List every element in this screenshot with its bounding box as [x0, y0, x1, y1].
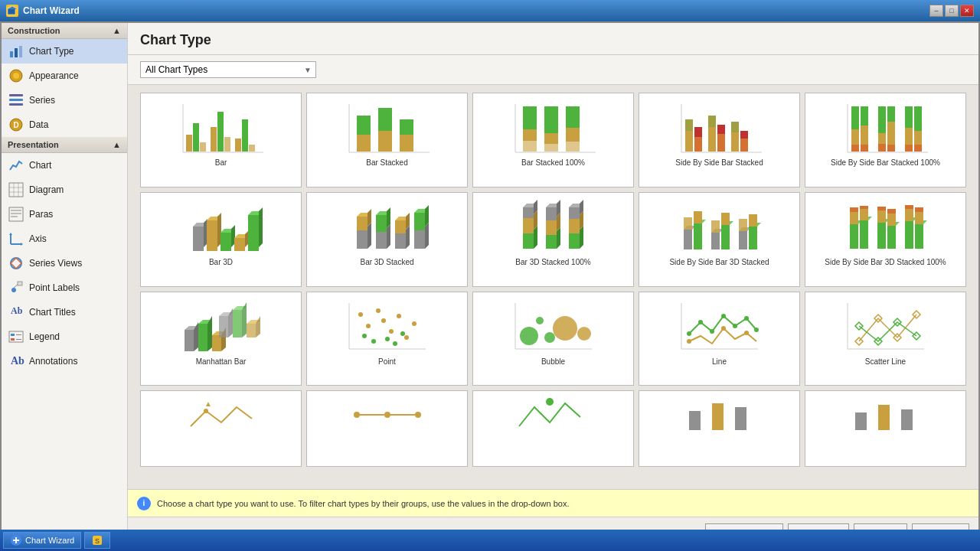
- svg-rect-280: [855, 412, 867, 430]
- svg-rect-198: [887, 214, 896, 226]
- svg-rect-154: [546, 207, 557, 220]
- chart-preview-point: [312, 297, 462, 354]
- svg-rect-71: [694, 127, 702, 137]
- chart-card-manhattan[interactable]: Manhattan Bar: [140, 292, 302, 386]
- svg-rect-277: [689, 411, 701, 430]
- collapse-construction-icon: ▲: [113, 26, 121, 35]
- chart-label-side-bar-stacked-100: Side By Side Bar Stacked 100%: [831, 158, 940, 168]
- svg-point-259: [744, 331, 749, 335]
- page-title: Chart Type: [128, 23, 978, 55]
- title-bar: Chart Wizard – □ ✕: [0, 0, 980, 21]
- svg-rect-115: [357, 230, 368, 249]
- chart-preview-side-bar-stacked-100: [810, 98, 961, 155]
- chart-label-line: Line: [712, 357, 727, 367]
- chart-card-partial-4[interactable]: [639, 390, 800, 467]
- point-labels-icon: [8, 279, 24, 296]
- svg-rect-127: [395, 233, 406, 249]
- svg-rect-99: [914, 145, 922, 152]
- sidebar: Construction ▲ Chart Type Appearance Se: [2, 23, 128, 549]
- taskbar-button-1[interactable]: Chart Wizard: [3, 532, 81, 549]
- svg-rect-103: [207, 220, 217, 251]
- close-button[interactable]: ✕: [960, 5, 974, 17]
- chart-card-partial-1[interactable]: ▲: [140, 390, 302, 467]
- chart-card-partial-2[interactable]: [306, 390, 468, 467]
- chart-card-bar-3d-stacked-100[interactable]: Bar 3D Stacked 100%: [472, 192, 634, 287]
- chart-card-bar-3d[interactable]: Bar 3D: [140, 192, 302, 287]
- chart-card-side-bar-stacked[interactable]: Side By Side Bar Stacked: [639, 93, 800, 187]
- chart-card-bar-stacked[interactable]: Bar Stacked: [306, 93, 468, 187]
- svg-rect-42: [217, 112, 224, 152]
- chart-type-filter[interactable]: All Chart Types Bar Line Pie Area Point …: [140, 61, 316, 78]
- chart-card-point[interactable]: Point: [306, 292, 468, 386]
- chart-preview-bar-3d: [145, 197, 296, 255]
- sidebar-item-series[interactable]: Series: [2, 88, 127, 112]
- minimize-button[interactable]: –: [929, 5, 943, 17]
- taskbar-button-2[interactable]: S: [84, 532, 110, 549]
- svg-rect-95: [905, 128, 913, 145]
- svg-point-24: [11, 258, 21, 269]
- chart-card-bar[interactable]: Bar: [140, 93, 302, 187]
- sidebar-item-appearance[interactable]: Appearance: [2, 64, 127, 88]
- svg-marker-135: [425, 223, 429, 249]
- chart-card-side-bar-stacked-100[interactable]: Side By Side Bar Stacked 100%: [805, 93, 966, 187]
- chart-card-side-bar-3d-stacked-100[interactable]: Side By Side Bar 3D Stacked 100%: [805, 192, 966, 287]
- presentation-header[interactable]: Presentation ▲: [2, 137, 127, 153]
- data-icon: D: [8, 116, 24, 133]
- chart-filter-select[interactable]: All Chart Types Bar Line Pie Area Point …: [140, 61, 316, 78]
- svg-text:S: S: [95, 537, 100, 545]
- chart-card-bar-stacked-100[interactable]: Bar Stacked 100%: [472, 93, 634, 187]
- svg-rect-89: [878, 133, 886, 144]
- svg-rect-78: [740, 139, 748, 152]
- sidebar-item-data[interactable]: D Data: [2, 112, 127, 137]
- svg-rect-196: [887, 226, 896, 249]
- svg-text:▲: ▲: [204, 399, 212, 408]
- restore-button[interactable]: □: [945, 5, 959, 17]
- svg-point-246: [577, 327, 591, 341]
- sidebar-item-chart-type[interactable]: Chart Type: [2, 39, 127, 64]
- window-title: Chart Wizard: [23, 5, 80, 16]
- chart-card-line[interactable]: Line: [639, 292, 800, 386]
- svg-rect-96: [905, 145, 913, 152]
- sidebar-item-diagram[interactable]: Diagram: [2, 178, 127, 202]
- chart-label-side-bar-3d-stacked-100: Side By Side Bar 3D Stacked 100%: [825, 258, 946, 267]
- chart-preview-manhattan: [145, 297, 296, 354]
- svg-rect-8: [9, 103, 23, 106]
- sidebar-item-paras[interactable]: Paras: [2, 202, 127, 227]
- chart-type-icon: [8, 43, 24, 60]
- svg-point-275: [415, 412, 421, 418]
- svg-rect-188: [860, 220, 868, 249]
- sidebar-item-point-labels[interactable]: Point Labels: [2, 276, 127, 300]
- svg-point-245: [553, 316, 577, 341]
- chart-card-partial-3[interactable]: [472, 390, 634, 467]
- chart-card-side-bar-3d-stacked[interactable]: Side By Side Bar 3D Stacked: [639, 192, 800, 287]
- chart-label-manhattan: Manhattan Bar: [196, 357, 247, 367]
- chart-card-partial-5[interactable]: [805, 390, 966, 467]
- svg-rect-64: [566, 128, 580, 142]
- chart-preview-partial-5: [810, 396, 961, 430]
- sidebar-item-chart[interactable]: Chart: [2, 153, 127, 178]
- svg-rect-76: [731, 132, 739, 152]
- chart-card-bubble[interactable]: Bubble: [472, 292, 634, 386]
- svg-point-234: [404, 335, 409, 340]
- svg-point-258: [721, 326, 726, 331]
- taskbar-icon-2: S: [91, 534, 103, 546]
- chart-preview-scatter-line: [810, 297, 961, 354]
- svg-rect-3: [19, 46, 22, 57]
- svg-rect-33: [11, 338, 15, 341]
- svg-rect-174: [711, 220, 720, 233]
- sidebar-item-annotations[interactable]: Ab Annotations: [2, 349, 127, 373]
- sidebar-item-series-views[interactable]: Series Views: [2, 251, 127, 276]
- chart-card-scatter-line[interactable]: Scatter Line: [805, 292, 966, 386]
- sidebar-item-chart-titles[interactable]: Ab Chart Titles: [2, 300, 127, 324]
- chart-preview-bar-3d-stacked-100: [478, 197, 629, 255]
- chart-card-bar-3d-stacked[interactable]: Bar 3D Stacked: [306, 192, 468, 287]
- svg-rect-28: [18, 282, 22, 285]
- construction-header[interactable]: Construction ▲: [2, 23, 127, 39]
- svg-point-244: [544, 332, 555, 343]
- filter-bar: All Chart Types Bar Line Pie Area Point …: [128, 55, 978, 85]
- chart-label-point: Point: [378, 357, 396, 367]
- svg-rect-281: [878, 405, 890, 430]
- sidebar-item-axis[interactable]: Axis: [2, 227, 127, 251]
- svg-rect-142: [523, 218, 534, 233]
- sidebar-item-legend[interactable]: Legend: [2, 324, 127, 349]
